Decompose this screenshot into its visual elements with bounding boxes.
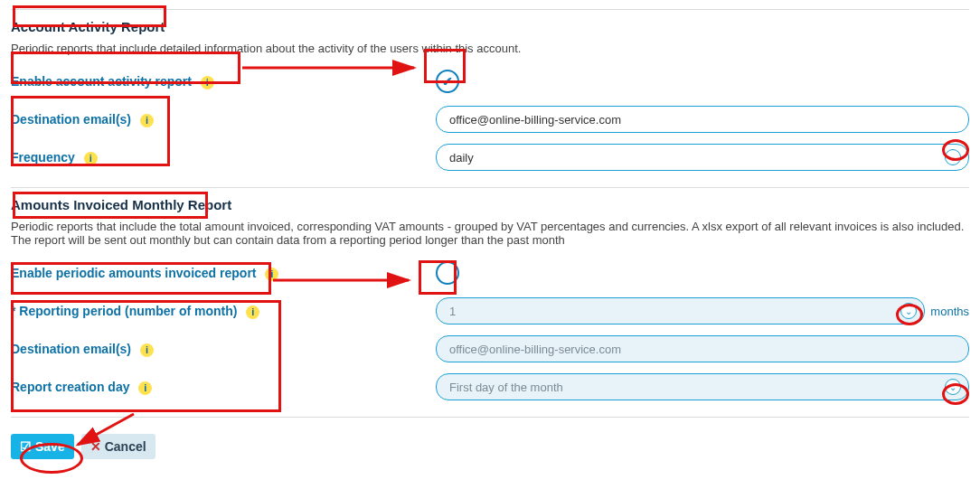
- section2-title: Amounts Invoiced Monthly Report: [11, 197, 231, 212]
- divider: [11, 187, 969, 188]
- enable-invoiced-label: Enable periodic amounts invoiced report: [11, 266, 257, 280]
- enable-activity-label: Enable account activity report: [11, 74, 192, 89]
- divider: [11, 9, 969, 10]
- info-icon[interactable]: i: [246, 306, 259, 319]
- reporting-period-select[interactable]: 1 ⌄: [436, 297, 925, 324]
- enable-activity-checkbox[interactable]: [436, 70, 459, 93]
- report-day-value: First day of the month: [449, 381, 563, 394]
- chevron-down-icon: ⌄: [945, 379, 961, 395]
- reporting-period-label: * Reporting period (number of month): [11, 304, 237, 318]
- dest-email-label-2: Destination email(s): [11, 342, 131, 356]
- divider: [11, 417, 969, 418]
- frequency-select[interactable]: daily ⌄: [436, 144, 969, 171]
- report-day-label: Report creation day: [11, 380, 129, 394]
- frequency-label: Frequency: [11, 150, 75, 165]
- info-icon[interactable]: i: [84, 152, 98, 165]
- info-icon[interactable]: i: [138, 381, 152, 395]
- info-icon[interactable]: i: [140, 114, 154, 127]
- close-icon: ✕: [90, 439, 101, 454]
- chevron-down-icon: ⌄: [945, 149, 961, 165]
- dest-email-input-2[interactable]: [436, 335, 969, 362]
- info-icon[interactable]: i: [201, 76, 214, 89]
- save-button-label: Save: [35, 439, 65, 454]
- enable-invoiced-checkbox[interactable]: [436, 261, 459, 285]
- report-day-select[interactable]: First day of the month ⌄: [436, 373, 969, 400]
- info-icon[interactable]: i: [265, 268, 278, 281]
- info-icon[interactable]: i: [140, 343, 154, 357]
- section1-desc: Periodic reports that include detailed i…: [11, 42, 969, 55]
- check-icon: ☑: [20, 439, 32, 454]
- cancel-button[interactable]: ✕ Cancel: [81, 434, 155, 459]
- section2-desc: Periodic reports that include the total …: [11, 220, 969, 247]
- frequency-value: daily: [449, 151, 474, 165]
- dest-email-label-1: Destination email(s): [11, 112, 131, 127]
- cancel-button-label: Cancel: [105, 439, 146, 454]
- chevron-down-icon: ⌄: [900, 303, 917, 319]
- dest-email-input-1[interactable]: [436, 106, 969, 133]
- save-button[interactable]: ☑ Save: [11, 434, 74, 459]
- reporting-period-value: 1: [449, 305, 456, 318]
- section1-title: Account Activity Report: [11, 19, 165, 34]
- reporting-period-unit: months: [930, 305, 969, 318]
